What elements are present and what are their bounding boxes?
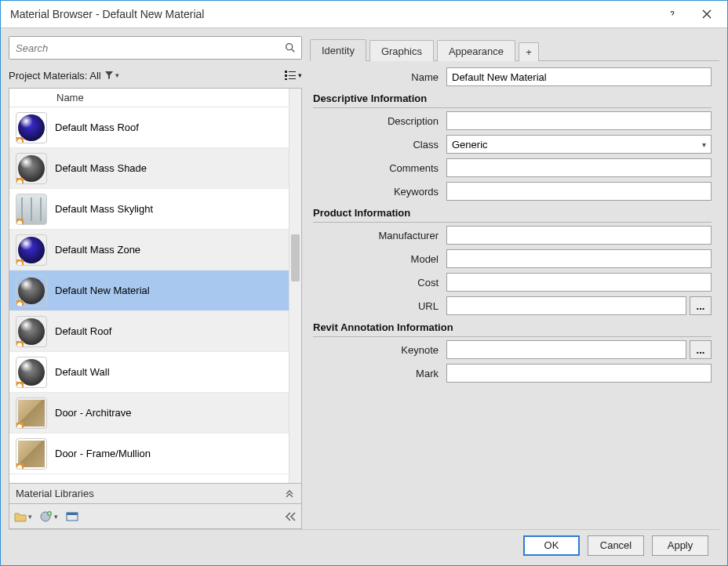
material-thumbnail (16, 316, 47, 347)
material-thumbnail (16, 438, 47, 470)
material-row[interactable]: Default Wall (9, 352, 289, 393)
collapse-button[interactable] (284, 512, 297, 521)
material-row[interactable]: Default New Material (9, 270, 289, 311)
expand-libraries-icon (284, 487, 295, 500)
search-box[interactable] (9, 36, 302, 60)
material-row[interactable]: Door - Frame/Mullion (9, 434, 289, 474)
url-input[interactable] (446, 296, 686, 315)
list-view-icon (284, 70, 297, 81)
scrollbar[interactable] (289, 89, 301, 483)
material-row[interactable]: Default Mass Skylight (9, 189, 289, 230)
help-icon (667, 9, 678, 20)
comments-input[interactable] (446, 158, 712, 177)
material-thumbnail (16, 112, 47, 143)
section-product: Product Information (313, 207, 712, 223)
search-input[interactable] (14, 42, 284, 55)
material-thumbnail (16, 194, 47, 225)
mark-input[interactable] (446, 364, 712, 383)
comments-label: Comments (313, 162, 446, 174)
view-mode-button[interactable]: ▾ (283, 67, 302, 84)
model-input[interactable] (446, 249, 712, 268)
keywords-input[interactable] (446, 182, 712, 201)
bottom-toolbar: ▾ ▾ (9, 504, 302, 529)
material-name: Default New Material (55, 285, 150, 296)
material-row[interactable]: Default Roof (9, 311, 289, 352)
keynote-browse-button[interactable]: ... (690, 340, 712, 359)
ok-button[interactable]: OK (523, 535, 580, 556)
asset-badge-icon (16, 339, 24, 347)
filter-button[interactable]: ▾ (104, 71, 119, 80)
right-panel: Identity Graphics Appearance + Name Defa… (310, 36, 719, 529)
manufacturer-input[interactable] (446, 226, 712, 245)
material-name: Default Mass Skylight (55, 203, 153, 215)
titlebar: Material Browser - Default New Material (1, 1, 727, 27)
project-materials-header: Project Materials: All ▾ ▾ (9, 64, 302, 86)
dialog-body: Project Materials: All ▾ ▾ Name D (1, 27, 727, 565)
libraries-bar[interactable]: Material Libraries (9, 484, 302, 504)
view-type-button[interactable] (66, 512, 78, 521)
section-annotation: Revit Annotation Information (313, 321, 712, 337)
svg-rect-2 (285, 74, 287, 77)
material-thumbnail (16, 153, 47, 184)
material-thumbnail (16, 397, 47, 429)
material-list: Name Default Mass RoofDefault Mass Shade… (9, 88, 302, 484)
material-row[interactable]: Default Mass Roof (9, 107, 289, 148)
material-row[interactable]: Default Mass Shade (9, 148, 289, 189)
material-browser-window: Material Browser - Default New Material … (0, 0, 728, 566)
tab-appearance[interactable]: Appearance (437, 40, 515, 61)
keywords-label: Keywords (313, 186, 446, 198)
close-button[interactable] (690, 2, 724, 26)
description-label: Description (313, 115, 446, 127)
asset-badge-icon (16, 217, 24, 225)
close-icon (702, 9, 712, 19)
cost-label: Cost (313, 277, 446, 288)
asset-badge-icon (16, 462, 24, 470)
folder-icon (14, 511, 27, 522)
tab-add[interactable]: + (519, 42, 539, 61)
asset-badge-icon (16, 176, 24, 184)
name-label: Name (313, 71, 446, 83)
material-thumbnail (16, 234, 47, 266)
material-name: Default Roof (55, 325, 111, 337)
apply-button[interactable]: Apply (652, 535, 708, 556)
create-material-button[interactable]: ▾ (40, 510, 58, 523)
class-label: Class (313, 139, 446, 151)
asset-badge-icon (16, 380, 24, 388)
cost-input[interactable] (446, 273, 712, 292)
asset-badge-icon (16, 136, 24, 143)
keynote-label: Keynote (313, 344, 446, 356)
material-name: Default Wall (55, 366, 110, 378)
left-panel: Project Materials: All ▾ ▾ Name D (9, 36, 302, 529)
filter-icon (104, 71, 114, 80)
material-row[interactable]: Default Mass Zone (9, 230, 289, 270)
window-title: Material Browser - Default New Material (10, 8, 655, 20)
name-input[interactable]: Default New Material (446, 67, 712, 86)
material-name: Default Mass Roof (55, 122, 139, 133)
keynote-input[interactable] (446, 340, 686, 359)
material-thumbnail (16, 357, 47, 388)
material-name: Default Mass Shade (55, 162, 147, 174)
section-descriptive: Descriptive Information (313, 93, 712, 108)
class-select[interactable]: Generic (446, 135, 712, 154)
cancel-button[interactable]: Cancel (588, 535, 644, 556)
tab-graphics[interactable]: Graphics (369, 40, 434, 61)
open-library-button[interactable]: ▾ (14, 511, 32, 522)
material-thumbnail (16, 275, 47, 307)
material-name: Door - Frame/Mullion (55, 448, 151, 459)
description-input[interactable] (446, 111, 712, 130)
url-label: URL (313, 300, 446, 312)
search-icon (284, 42, 297, 54)
url-browse-button[interactable]: ... (690, 296, 712, 315)
tabs: Identity Graphics Appearance + (310, 36, 719, 61)
list-column-header[interactable]: Name (9, 89, 289, 107)
material-name: Door - Architrave (55, 407, 132, 419)
svg-rect-3 (285, 78, 287, 80)
help-button[interactable] (655, 2, 690, 26)
libraries-label: Material Libraries (16, 488, 284, 499)
tab-identity[interactable]: Identity (310, 39, 366, 61)
project-materials-label: Project Materials: All (9, 70, 101, 82)
material-row[interactable]: Door - Architrave (9, 393, 289, 434)
model-label: Model (313, 253, 446, 265)
scroll-thumb[interactable] (291, 234, 300, 281)
svg-rect-4 (289, 71, 296, 72)
